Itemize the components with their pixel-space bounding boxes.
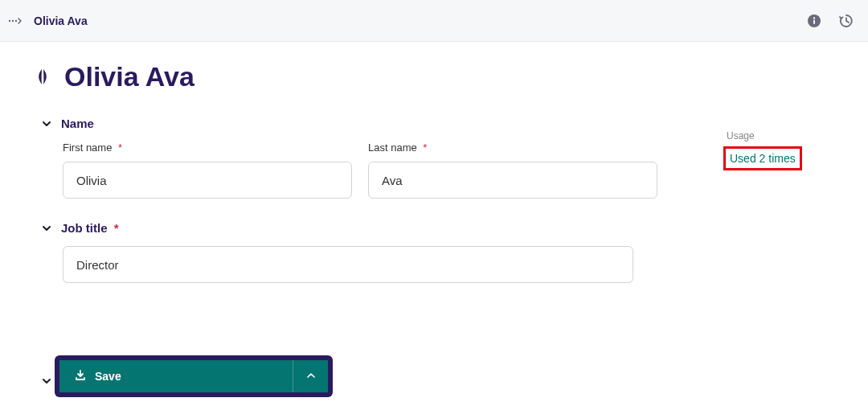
chevron-up-icon [306,371,316,383]
chevron-down-icon [40,222,53,235]
page-title: Olivia Ava [64,61,194,92]
job-title-label-text: Job title [61,221,108,235]
save-icon [74,369,87,384]
save-button-label: Save [95,370,121,383]
save-options-button[interactable] [293,360,328,392]
breadcrumb: Olivia Ava [6,12,88,30]
svg-point-4 [813,17,815,18]
svg-point-0 [9,19,10,21]
section-job-title-title: Job title * [61,221,119,235]
section-job-title: Job title * [32,221,691,283]
first-name-field: First name * [63,142,352,199]
first-name-input[interactable] [63,162,352,199]
content-wrapper: Olivia Ava Name First name * [0,42,868,402]
svg-point-1 [12,19,14,21]
info-icon[interactable] [805,12,823,30]
usage-heading: Usage [723,130,852,142]
section-name: Name First name * Last name * [32,117,691,199]
last-name-label-text: Last name [368,142,417,154]
page-title-row: Olivia Ava [32,61,691,92]
required-star-icon: * [423,142,427,154]
breadcrumb-menu-icon[interactable] [6,12,24,30]
sidebar: Usage Used 2 times [723,42,868,402]
last-name-field: Last name * [368,142,657,199]
breadcrumb-title[interactable]: Olivia Ava [34,14,88,27]
leaf-icon [32,67,53,88]
top-bar: Olivia Ava [0,0,868,42]
first-name-label: First name * [63,142,352,154]
required-star-icon: * [118,142,122,154]
usage-link[interactable]: Used 2 times [730,152,796,165]
main-content: Olivia Ava Name First name * [0,42,723,402]
chevron-down-icon[interactable] [40,375,53,388]
chevron-down-icon [40,117,53,130]
job-title-field [40,246,633,283]
section-name-title: Name [61,117,94,130]
section-job-title-header[interactable]: Job title * [40,221,691,235]
save-button[interactable]: Save [59,360,293,392]
top-bar-actions [805,12,855,30]
job-title-input[interactable] [63,246,633,283]
svg-rect-5 [813,19,815,24]
required-star-icon: * [114,221,119,235]
svg-point-2 [15,19,17,21]
last-name-input[interactable] [368,162,657,199]
usage-highlight-box: Used 2 times [723,146,802,170]
name-field-row: First name * Last name * [40,142,691,199]
first-name-label-text: First name [63,142,112,154]
section-name-header[interactable]: Name [40,117,691,130]
history-icon[interactable] [837,12,855,30]
save-bar: Save [55,355,333,397]
last-name-label: Last name * [368,142,657,154]
